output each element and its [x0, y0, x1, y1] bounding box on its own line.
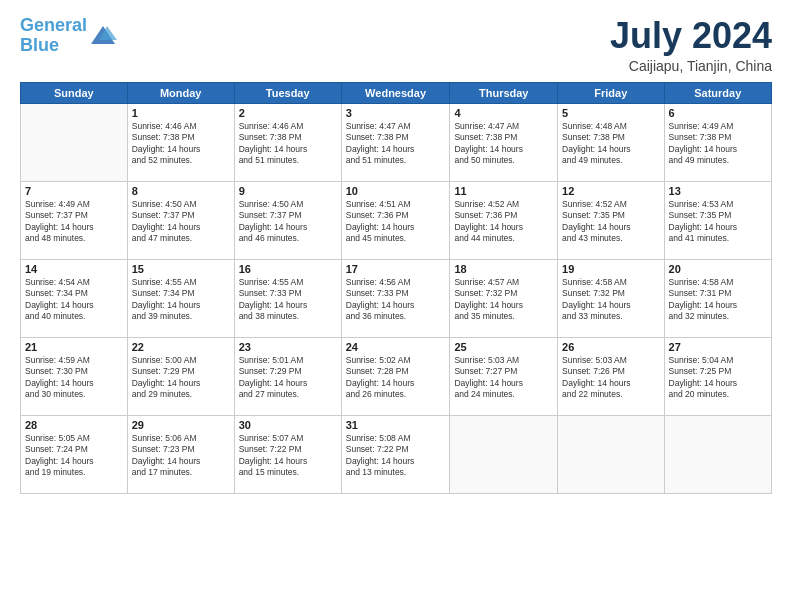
table-row: 29Sunrise: 5:06 AM Sunset: 7:23 PM Dayli…: [127, 415, 234, 493]
logo-icon: [89, 22, 117, 50]
day-info: Sunrise: 4:55 AM Sunset: 7:34 PM Dayligh…: [132, 277, 230, 323]
day-number: 8: [132, 185, 230, 197]
table-row: 1Sunrise: 4:46 AM Sunset: 7:38 PM Daylig…: [127, 103, 234, 181]
table-row: 18Sunrise: 4:57 AM Sunset: 7:32 PM Dayli…: [450, 259, 558, 337]
day-number: 7: [25, 185, 123, 197]
day-info: Sunrise: 4:59 AM Sunset: 7:30 PM Dayligh…: [25, 355, 123, 401]
day-number: 10: [346, 185, 446, 197]
day-number: 3: [346, 107, 446, 119]
week-row-4: 21Sunrise: 4:59 AM Sunset: 7:30 PM Dayli…: [21, 337, 772, 415]
table-row: 3Sunrise: 4:47 AM Sunset: 7:38 PM Daylig…: [341, 103, 450, 181]
table-row: 20Sunrise: 4:58 AM Sunset: 7:31 PM Dayli…: [664, 259, 771, 337]
week-row-1: 1Sunrise: 4:46 AM Sunset: 7:38 PM Daylig…: [21, 103, 772, 181]
table-row: [21, 103, 128, 181]
day-number: 14: [25, 263, 123, 275]
day-info: Sunrise: 5:01 AM Sunset: 7:29 PM Dayligh…: [239, 355, 337, 401]
header-wednesday: Wednesday: [341, 82, 450, 103]
day-info: Sunrise: 4:57 AM Sunset: 7:32 PM Dayligh…: [454, 277, 553, 323]
day-number: 11: [454, 185, 553, 197]
table-row: 14Sunrise: 4:54 AM Sunset: 7:34 PM Dayli…: [21, 259, 128, 337]
day-info: Sunrise: 5:08 AM Sunset: 7:22 PM Dayligh…: [346, 433, 446, 479]
table-row: 15Sunrise: 4:55 AM Sunset: 7:34 PM Dayli…: [127, 259, 234, 337]
day-number: 29: [132, 419, 230, 431]
day-info: Sunrise: 4:53 AM Sunset: 7:35 PM Dayligh…: [669, 199, 767, 245]
table-row: 30Sunrise: 5:07 AM Sunset: 7:22 PM Dayli…: [234, 415, 341, 493]
table-row: 9Sunrise: 4:50 AM Sunset: 7:37 PM Daylig…: [234, 181, 341, 259]
day-info: Sunrise: 5:05 AM Sunset: 7:24 PM Dayligh…: [25, 433, 123, 479]
day-number: 20: [669, 263, 767, 275]
day-info: Sunrise: 4:52 AM Sunset: 7:35 PM Dayligh…: [562, 199, 659, 245]
day-number: 16: [239, 263, 337, 275]
header-saturday: Saturday: [664, 82, 771, 103]
day-number: 31: [346, 419, 446, 431]
day-info: Sunrise: 5:04 AM Sunset: 7:25 PM Dayligh…: [669, 355, 767, 401]
week-row-3: 14Sunrise: 4:54 AM Sunset: 7:34 PM Dayli…: [21, 259, 772, 337]
day-info: Sunrise: 4:46 AM Sunset: 7:38 PM Dayligh…: [132, 121, 230, 167]
day-info: Sunrise: 4:49 AM Sunset: 7:38 PM Dayligh…: [669, 121, 767, 167]
table-row: 24Sunrise: 5:02 AM Sunset: 7:28 PM Dayli…: [341, 337, 450, 415]
day-number: 30: [239, 419, 337, 431]
table-row: 21Sunrise: 4:59 AM Sunset: 7:30 PM Dayli…: [21, 337, 128, 415]
day-info: Sunrise: 4:46 AM Sunset: 7:38 PM Dayligh…: [239, 121, 337, 167]
day-number: 5: [562, 107, 659, 119]
day-number: 4: [454, 107, 553, 119]
header-thursday: Thursday: [450, 82, 558, 103]
table-row: 2Sunrise: 4:46 AM Sunset: 7:38 PM Daylig…: [234, 103, 341, 181]
table-row: 17Sunrise: 4:56 AM Sunset: 7:33 PM Dayli…: [341, 259, 450, 337]
table-row: 23Sunrise: 5:01 AM Sunset: 7:29 PM Dayli…: [234, 337, 341, 415]
header-sunday: Sunday: [21, 82, 128, 103]
calendar-header-row: Sunday Monday Tuesday Wednesday Thursday…: [21, 82, 772, 103]
day-number: 21: [25, 341, 123, 353]
day-info: Sunrise: 4:50 AM Sunset: 7:37 PM Dayligh…: [132, 199, 230, 245]
title-block: July 2024 Caijiapu, Tianjin, China: [610, 16, 772, 74]
header-monday: Monday: [127, 82, 234, 103]
table-row: 19Sunrise: 4:58 AM Sunset: 7:32 PM Dayli…: [558, 259, 664, 337]
day-info: Sunrise: 4:54 AM Sunset: 7:34 PM Dayligh…: [25, 277, 123, 323]
day-info: Sunrise: 5:03 AM Sunset: 7:26 PM Dayligh…: [562, 355, 659, 401]
day-info: Sunrise: 4:47 AM Sunset: 7:38 PM Dayligh…: [346, 121, 446, 167]
table-row: 8Sunrise: 4:50 AM Sunset: 7:37 PM Daylig…: [127, 181, 234, 259]
day-number: 9: [239, 185, 337, 197]
table-row: 28Sunrise: 5:05 AM Sunset: 7:24 PM Dayli…: [21, 415, 128, 493]
day-number: 27: [669, 341, 767, 353]
day-number: 15: [132, 263, 230, 275]
day-number: 28: [25, 419, 123, 431]
location-subtitle: Caijiapu, Tianjin, China: [610, 58, 772, 74]
table-row: 10Sunrise: 4:51 AM Sunset: 7:36 PM Dayli…: [341, 181, 450, 259]
day-info: Sunrise: 5:02 AM Sunset: 7:28 PM Dayligh…: [346, 355, 446, 401]
day-info: Sunrise: 5:00 AM Sunset: 7:29 PM Dayligh…: [132, 355, 230, 401]
day-number: 12: [562, 185, 659, 197]
table-row: 12Sunrise: 4:52 AM Sunset: 7:35 PM Dayli…: [558, 181, 664, 259]
day-info: Sunrise: 4:58 AM Sunset: 7:31 PM Dayligh…: [669, 277, 767, 323]
day-number: 24: [346, 341, 446, 353]
day-info: Sunrise: 4:51 AM Sunset: 7:36 PM Dayligh…: [346, 199, 446, 245]
table-row: 4Sunrise: 4:47 AM Sunset: 7:38 PM Daylig…: [450, 103, 558, 181]
table-row: 27Sunrise: 5:04 AM Sunset: 7:25 PM Dayli…: [664, 337, 771, 415]
table-row: 13Sunrise: 4:53 AM Sunset: 7:35 PM Dayli…: [664, 181, 771, 259]
table-row: [558, 415, 664, 493]
day-info: Sunrise: 4:52 AM Sunset: 7:36 PM Dayligh…: [454, 199, 553, 245]
day-number: 6: [669, 107, 767, 119]
table-row: 7Sunrise: 4:49 AM Sunset: 7:37 PM Daylig…: [21, 181, 128, 259]
calendar-table: Sunday Monday Tuesday Wednesday Thursday…: [20, 82, 772, 494]
day-number: 1: [132, 107, 230, 119]
day-number: 22: [132, 341, 230, 353]
day-info: Sunrise: 4:56 AM Sunset: 7:33 PM Dayligh…: [346, 277, 446, 323]
day-info: Sunrise: 5:03 AM Sunset: 7:27 PM Dayligh…: [454, 355, 553, 401]
day-info: Sunrise: 4:47 AM Sunset: 7:38 PM Dayligh…: [454, 121, 553, 167]
day-number: 25: [454, 341, 553, 353]
day-info: Sunrise: 4:58 AM Sunset: 7:32 PM Dayligh…: [562, 277, 659, 323]
week-row-2: 7Sunrise: 4:49 AM Sunset: 7:37 PM Daylig…: [21, 181, 772, 259]
header-tuesday: Tuesday: [234, 82, 341, 103]
day-info: Sunrise: 4:49 AM Sunset: 7:37 PM Dayligh…: [25, 199, 123, 245]
calendar-page: GeneralBlue July 2024 Caijiapu, Tianjin,…: [0, 0, 792, 612]
table-row: 6Sunrise: 4:49 AM Sunset: 7:38 PM Daylig…: [664, 103, 771, 181]
table-row: 26Sunrise: 5:03 AM Sunset: 7:26 PM Dayli…: [558, 337, 664, 415]
page-header: GeneralBlue July 2024 Caijiapu, Tianjin,…: [20, 16, 772, 74]
table-row: [450, 415, 558, 493]
logo-text: GeneralBlue: [20, 16, 87, 56]
table-row: 11Sunrise: 4:52 AM Sunset: 7:36 PM Dayli…: [450, 181, 558, 259]
day-number: 17: [346, 263, 446, 275]
week-row-5: 28Sunrise: 5:05 AM Sunset: 7:24 PM Dayli…: [21, 415, 772, 493]
table-row: 22Sunrise: 5:00 AM Sunset: 7:29 PM Dayli…: [127, 337, 234, 415]
